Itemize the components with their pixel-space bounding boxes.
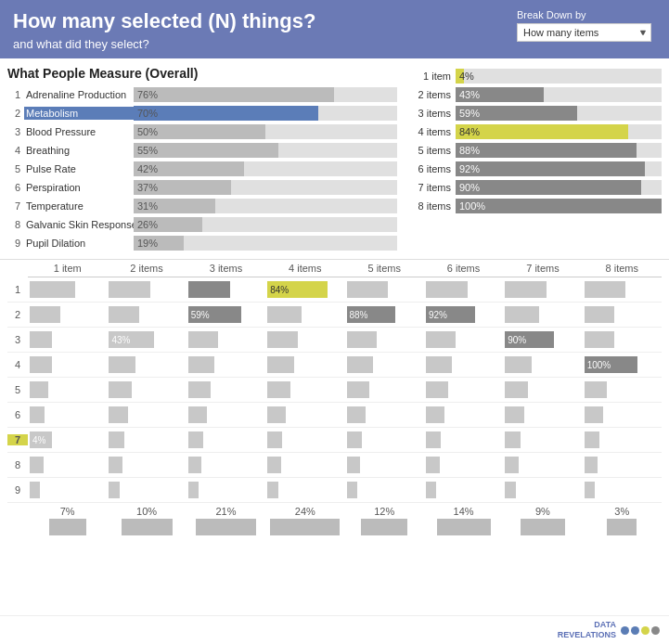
grid-header: 1 item2 items3 items4 items5 items6 item…	[28, 262, 662, 277]
right-bar-item[interactable]: 8 items100%	[405, 198, 662, 214]
grid-cell	[265, 329, 344, 350]
right-bar-item[interactable]: 2 items43%	[405, 86, 662, 103]
branding-dots	[621, 626, 660, 635]
grid-cell	[503, 279, 582, 300]
grid-row-num: 5	[7, 384, 28, 395]
right-bar-label: 5 items	[405, 145, 451, 156]
cell-bar	[109, 281, 150, 298]
grid-cell	[424, 354, 503, 375]
grid-cell: 92%	[424, 304, 503, 325]
grid-cell	[107, 279, 186, 300]
bar-label: Adrenaline Production	[24, 88, 134, 101]
cell-bar	[109, 406, 127, 423]
grid-cell	[28, 480, 107, 500]
cell-bar	[30, 331, 52, 348]
footer-square-cell	[107, 519, 186, 535]
breakdown-select[interactable]: How many items	[517, 23, 651, 42]
grid-cell	[424, 279, 503, 300]
bar-pct: 76%	[137, 89, 158, 100]
cell-bar	[267, 356, 293, 373]
cell-bar	[426, 431, 441, 448]
cell-bar	[188, 281, 230, 298]
grid-footer-squares	[28, 519, 662, 535]
cell-bar	[347, 457, 361, 473]
cell-bar	[30, 482, 40, 498]
bar-pct: 19%	[137, 238, 158, 249]
right-bar-item[interactable]: 1 item4%	[405, 68, 662, 84]
grid-row-num: 2	[7, 309, 28, 320]
bar-label: Breathing	[24, 144, 134, 157]
grid-cell: 100%	[583, 354, 662, 375]
grid-cell	[345, 455, 424, 475]
bar-num: 3	[7, 126, 20, 137]
bar-item[interactable]: 7Temperature31%	[7, 198, 397, 214]
right-bar-track: 88%	[456, 143, 662, 158]
grid-row-num: 3	[7, 334, 28, 345]
dot-2	[631, 626, 639, 635]
cell-bar	[585, 431, 599, 448]
footer-square	[437, 519, 491, 535]
bar-item[interactable]: 1Adrenaline Production76%	[7, 86, 397, 103]
cell-bar	[347, 381, 369, 398]
grid-cell: 88%	[345, 304, 424, 325]
right-bar-item[interactable]: 5 items88%	[405, 142, 662, 159]
bar-label: Perspiration	[24, 181, 134, 194]
bar-item[interactable]: 5Pulse Rate42%	[7, 161, 397, 177]
charts-area: What People Measure (Overall) 1Adrenalin…	[0, 58, 669, 260]
right-bar-pct: 100%	[459, 200, 485, 212]
bar-label: Pulse Rate	[24, 162, 134, 175]
dot-1	[621, 626, 629, 635]
bar-item[interactable]: 3Blood Pressure50%	[7, 123, 397, 140]
cell-bar	[585, 331, 615, 348]
bar-item[interactable]: 4Breathing55%	[7, 142, 397, 159]
bar-item[interactable]: 6Perspiration37%	[7, 179, 397, 196]
breakdown-label: Break Down by	[517, 9, 656, 20]
cell-bar	[188, 331, 219, 348]
grid-col-header: 6 items	[424, 262, 503, 275]
cell-bar: 100%	[585, 356, 637, 373]
grid-cell	[107, 380, 186, 400]
cell-bar	[267, 482, 277, 498]
bar-pct: 55%	[137, 145, 158, 156]
grid-footer-pct: 7%	[28, 504, 107, 517]
bar-item[interactable]: 8Galvanic Skin Response26%	[7, 216, 397, 233]
grid-footer-pct: 9%	[503, 504, 582, 517]
footer-square-cell	[265, 519, 344, 535]
cell-bar	[30, 306, 60, 323]
cell-bar	[505, 306, 539, 323]
right-bar-item[interactable]: 4 items84%	[405, 123, 662, 140]
right-bar-track: 43%	[456, 87, 662, 102]
grid-cell	[187, 380, 265, 400]
cell-bar	[30, 406, 45, 423]
grid-cell	[424, 480, 503, 500]
grid-col-header: 7 items	[503, 262, 582, 275]
cell-bar	[347, 431, 362, 448]
bar-item[interactable]: 9Pupil Dilation19%	[7, 235, 397, 251]
cell-bar	[347, 281, 389, 298]
cell-bar	[267, 431, 282, 448]
grid-cell	[345, 380, 424, 400]
cell-bar	[505, 381, 527, 398]
grid-cell	[503, 405, 582, 425]
right-bar-item[interactable]: 3 items59%	[405, 105, 662, 122]
bar-label: Galvanic Skin Response	[24, 218, 134, 231]
bar-label: Metabolism	[24, 107, 134, 120]
right-bar-item[interactable]: 6 items92%	[405, 161, 662, 177]
grid-row-num: 8	[7, 459, 28, 470]
grid-cell	[187, 329, 265, 350]
breakdown-control: Break Down by How many items ▼	[517, 9, 656, 42]
cell-bar	[426, 381, 448, 398]
footer-square-cell	[424, 519, 503, 535]
grid-cell	[583, 279, 662, 300]
right-bar-fill	[456, 180, 641, 195]
cell-bar-label: 92%	[429, 310, 447, 320]
grid-cell	[583, 329, 662, 350]
grid-cell	[345, 405, 424, 425]
bar-fill	[134, 106, 318, 121]
right-bar-label: 4 items	[405, 126, 451, 137]
bar-num: 2	[7, 108, 20, 119]
bar-item[interactable]: 2Metabolism70%	[7, 105, 397, 122]
right-bar-label: 2 items	[405, 89, 451, 100]
right-bar-fill	[456, 124, 628, 139]
right-bar-item[interactable]: 7 items90%	[405, 179, 662, 196]
